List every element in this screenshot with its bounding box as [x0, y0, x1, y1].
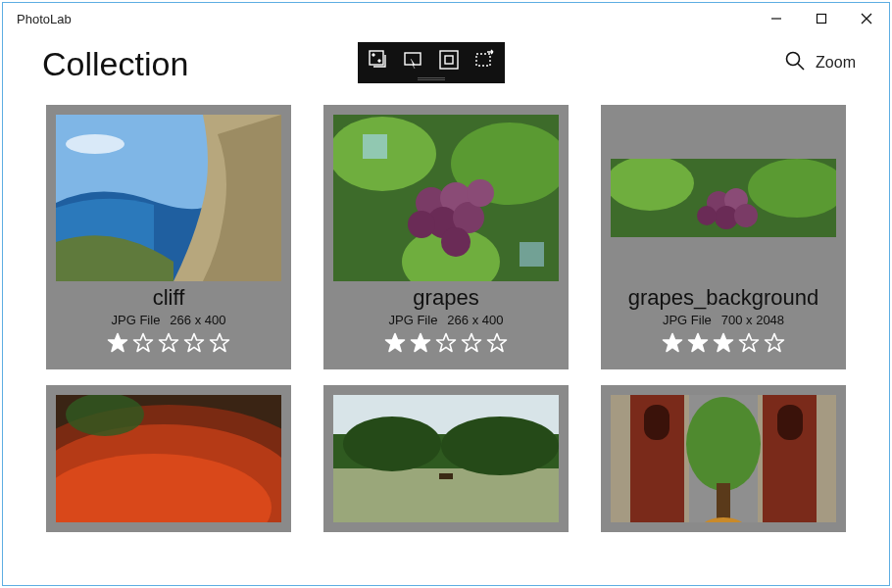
star-icon[interactable]	[763, 331, 786, 355]
window-title: PhotoLab	[17, 12, 72, 26]
star-icon[interactable]	[106, 331, 129, 355]
page-title: Collection	[42, 45, 188, 83]
star-icon[interactable]	[460, 331, 483, 355]
zoom-label: Zoom	[816, 54, 856, 72]
svg-rect-4	[370, 51, 383, 65]
photo-thumbnail	[611, 395, 836, 522]
star-icon[interactable]	[131, 331, 155, 355]
svg-point-23	[408, 211, 435, 238]
photo-thumbnail	[611, 115, 836, 281]
photo-rating[interactable]	[661, 331, 786, 355]
svg-rect-10	[476, 54, 490, 66]
svg-rect-54	[644, 405, 669, 440]
svg-point-45	[441, 416, 559, 475]
svg-point-24	[467, 179, 494, 207]
photo-card[interactable]	[46, 385, 291, 532]
photo-name: grapes	[413, 285, 478, 311]
star-icon[interactable]	[182, 331, 206, 355]
star-icon[interactable]	[434, 331, 458, 355]
svg-rect-9	[445, 56, 453, 64]
svg-rect-8	[440, 51, 458, 69]
photo-thumbnail	[56, 395, 281, 522]
star-icon[interactable]	[686, 331, 710, 355]
titlebar: PhotoLab	[3, 3, 889, 34]
photo-meta: JPG File 700 x 2048	[663, 313, 784, 327]
window-controls	[754, 3, 889, 34]
svg-point-25	[441, 227, 471, 257]
app-window: PhotoLab Collection	[2, 2, 890, 586]
star-icon[interactable]	[208, 331, 231, 355]
photo-thumbnail	[333, 395, 559, 522]
photo-rating[interactable]	[383, 331, 509, 355]
tool-frame-button[interactable]	[434, 46, 464, 74]
svg-rect-26	[363, 134, 387, 159]
svg-point-6	[378, 60, 380, 62]
photo-thumbnail	[333, 115, 559, 281]
gallery[interactable]: cliff JPG File 266 x 400	[3, 105, 889, 585]
photo-card[interactable]	[601, 385, 846, 532]
svg-rect-1	[818, 15, 826, 24]
photo-card[interactable]	[323, 385, 569, 532]
photo-dims: 266 x 400	[170, 313, 225, 327]
photo-type: JPG File	[112, 313, 161, 327]
svg-point-14	[66, 134, 124, 154]
photo-thumbnail	[56, 115, 281, 281]
toolbar-grip[interactable]	[418, 77, 445, 80]
photo-dims: 266 x 400	[447, 313, 503, 327]
header: Collection Zoom	[3, 34, 889, 93]
svg-line-12	[798, 64, 804, 70]
star-icon[interactable]	[157, 331, 180, 355]
star-icon[interactable]	[383, 331, 407, 355]
star-icon[interactable]	[409, 331, 432, 355]
tool-crop-button[interactable]	[470, 46, 499, 74]
svg-point-35	[697, 206, 717, 225]
minimize-button[interactable]	[754, 3, 799, 34]
photo-card[interactable]: cliff JPG File 266 x 400	[46, 105, 291, 369]
photo-type: JPG File	[663, 313, 712, 327]
photo-name: grapes_background	[628, 285, 818, 311]
search-icon	[784, 50, 806, 75]
photo-dims: 700 x 2048	[721, 313, 784, 327]
tool-effects-button[interactable]	[364, 46, 393, 74]
photo-meta: JPG File 266 x 400	[389, 313, 504, 327]
svg-rect-46	[439, 473, 453, 479]
gallery-grid: cliff JPG File 266 x 400	[46, 105, 846, 532]
zoom-control[interactable]: Zoom	[784, 50, 856, 75]
svg-point-44	[343, 416, 441, 471]
svg-point-51	[686, 397, 761, 491]
star-icon[interactable]	[661, 331, 684, 355]
maximize-button[interactable]	[799, 3, 844, 34]
svg-rect-55	[777, 405, 803, 440]
svg-point-5	[372, 54, 374, 56]
command-toolbar[interactable]	[358, 42, 505, 83]
svg-rect-27	[520, 242, 544, 267]
star-icon[interactable]	[712, 331, 735, 355]
photo-meta: JPG File 266 x 400	[112, 313, 226, 327]
svg-point-40	[66, 395, 144, 436]
tool-select-area-button[interactable]	[399, 46, 428, 74]
svg-point-11	[787, 53, 800, 66]
svg-rect-52	[717, 483, 730, 522]
star-icon[interactable]	[737, 331, 761, 355]
photo-name: cliff	[153, 285, 185, 311]
photo-card[interactable]: grapes_background JPG File 700 x 2048	[601, 105, 846, 369]
star-icon[interactable]	[485, 331, 509, 355]
close-button[interactable]	[844, 3, 889, 34]
photo-card[interactable]: grapes JPG File 266 x 400	[323, 105, 569, 369]
photo-rating[interactable]	[106, 331, 231, 355]
svg-point-34	[734, 204, 758, 227]
photo-type: JPG File	[389, 313, 438, 327]
